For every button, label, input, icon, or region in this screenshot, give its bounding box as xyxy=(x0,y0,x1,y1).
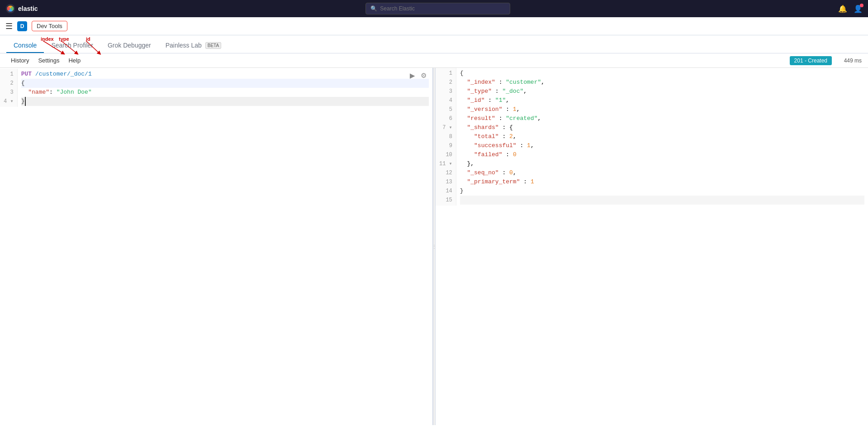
resp-line-6: "result" : "created", xyxy=(460,114,864,123)
tab-painless-lab[interactable]: Painless Lab BETA xyxy=(158,38,228,53)
ms-badge: 449 ms xyxy=(844,57,862,64)
editor-line-2: { xyxy=(21,79,429,88)
colon: : xyxy=(49,88,57,97)
search-input[interactable] xyxy=(380,5,505,12)
editor-line-1: PUT /customer/_doc/1 xyxy=(21,70,429,79)
resp-line-11: }, xyxy=(460,159,864,168)
resp-ln-11: 11 ▾ xyxy=(439,159,452,168)
resp-line-4: "_id" : "1", xyxy=(460,96,864,105)
second-bar: ☰ D Dev Tools xyxy=(0,17,868,35)
tab-console[interactable]: Console xyxy=(6,38,44,53)
search-bar[interactable]: 🔍 xyxy=(365,3,510,14)
elastic-logo-icon xyxy=(5,4,15,14)
elastic-logo: elastic xyxy=(5,4,38,14)
close-brace: } xyxy=(21,97,25,106)
run-button[interactable]: ▶ xyxy=(408,71,417,81)
resp-line-12: "_seq_no" : 0, xyxy=(460,168,864,177)
editor-pane[interactable]: ▶ ⚙ 1 2 3 4 ▾ PUT /customer/_doc/1 { xyxy=(0,68,433,425)
resp-ln-8: 8 xyxy=(439,132,452,141)
resp-line-7: "_shards" : { xyxy=(460,123,864,132)
resp-line-3: "_type" : "_doc", xyxy=(460,87,864,96)
space xyxy=(32,70,35,79)
painless-lab-label: Painless Lab xyxy=(166,42,202,49)
editor-line-4: } xyxy=(21,97,429,106)
resp-ln-14: 14 xyxy=(439,187,452,196)
history-button[interactable]: History xyxy=(6,55,33,66)
resp-ln-2: 2 xyxy=(439,78,452,87)
user-icon[interactable]: 👤 xyxy=(854,5,863,13)
resp-ln-15: 15 xyxy=(439,196,452,205)
cursor xyxy=(25,97,29,106)
svg-point-3 xyxy=(7,7,10,11)
resp-ln-7: 7 ▾ xyxy=(439,123,452,132)
svg-point-4 xyxy=(11,7,14,11)
top-navigation-bar: elastic 🔍 🔔 👤 xyxy=(0,0,868,17)
hamburger-button[interactable]: ☰ xyxy=(5,21,13,31)
editor-toolbar: ▶ ⚙ xyxy=(408,71,428,81)
resp-line-5: "_version" : 1, xyxy=(460,105,864,114)
line-number-3: 3 xyxy=(4,88,14,97)
resp-line-15 xyxy=(460,196,864,205)
beta-badge: BETA xyxy=(205,42,221,49)
response-code-content: { "_index" : "customer", "_type" : "_doc… xyxy=(456,68,868,206)
resp-ln-5: 5 xyxy=(439,105,452,114)
notification-dot xyxy=(860,4,863,7)
elastic-text: elastic xyxy=(18,5,38,12)
line-number-4: 4 ▾ xyxy=(4,97,14,106)
resp-line-2: "_index" : "customer", xyxy=(460,78,864,87)
search-bar-wrapper: 🔍 xyxy=(43,3,833,14)
editor-line-3: "name": "John Doe" xyxy=(21,88,429,97)
indent xyxy=(21,88,28,97)
resp-line-1: { xyxy=(460,69,864,78)
settings-button[interactable]: Settings xyxy=(33,55,64,66)
tab-grok-debugger[interactable]: Grok Debugger xyxy=(100,38,158,53)
editor-code[interactable]: PUT /customer/_doc/1 { "name": "John Doe… xyxy=(18,69,432,107)
response-line-numbers: 1 2 3 4 5 6 7 ▾ 8 9 10 11 ▾ 12 13 14 15 xyxy=(436,68,456,206)
json-val-name: "John Doe" xyxy=(57,88,92,97)
resp-line-10: "failed" : 0 xyxy=(460,150,864,159)
dev-tools-button[interactable]: Dev Tools xyxy=(32,21,67,31)
tab-search-profiler[interactable]: Search Profiler xyxy=(44,38,100,53)
sub-toolbar: History Settings Help index type id 201 … xyxy=(0,53,868,68)
resp-line-14: } xyxy=(460,187,864,196)
notifications-icon[interactable]: 🔔 xyxy=(838,5,847,13)
line-number-2: 2 xyxy=(4,79,14,88)
api-path: /customer/_doc/1 xyxy=(35,70,92,79)
main-content: ▶ ⚙ 1 2 3 4 ▾ PUT /customer/_doc/1 { xyxy=(0,68,868,425)
resp-line-8: "total" : 2, xyxy=(460,132,864,141)
d-icon: D xyxy=(17,21,27,31)
resp-ln-9: 9 xyxy=(439,141,452,150)
search-icon: 🔍 xyxy=(370,5,377,12)
resp-ln-12: 12 xyxy=(439,168,452,177)
code-editor[interactable]: 1 2 3 4 ▾ PUT /customer/_doc/1 { "name":… xyxy=(0,68,432,107)
open-brace: { xyxy=(21,79,25,88)
resp-line-13: "_primary_term" : 1 xyxy=(460,177,864,187)
settings-icon[interactable]: ⚙ xyxy=(419,71,428,81)
resp-ln-10: 10 xyxy=(439,150,452,159)
line-number-1: 1 xyxy=(4,70,14,79)
resp-ln-4: 4 xyxy=(439,96,452,105)
response-json: 1 2 3 4 5 6 7 ▾ 8 9 10 11 ▾ 12 13 14 15 … xyxy=(436,68,868,206)
help-button[interactable]: Help xyxy=(64,55,85,66)
resp-line-9: "successful" : 1, xyxy=(460,141,864,150)
keyword-put: PUT xyxy=(21,70,32,79)
json-key-name: "name" xyxy=(28,88,49,97)
resp-ln-3: 3 xyxy=(439,87,452,96)
output-pane: 1 2 3 4 5 6 7 ▾ 8 9 10 11 ▾ 12 13 14 15 … xyxy=(436,68,868,425)
resp-ln-1: 1 xyxy=(439,69,452,78)
top-bar-icons: 🔔 👤 xyxy=(838,5,863,13)
editor-line-numbers: 1 2 3 4 ▾ xyxy=(0,69,18,107)
resp-ln-13: 13 xyxy=(439,177,452,187)
resp-ln-6: 6 xyxy=(439,114,452,123)
tabs-bar: Console Search Profiler Grok Debugger Pa… xyxy=(0,35,868,53)
status-badge: 201 - Created xyxy=(790,56,832,65)
